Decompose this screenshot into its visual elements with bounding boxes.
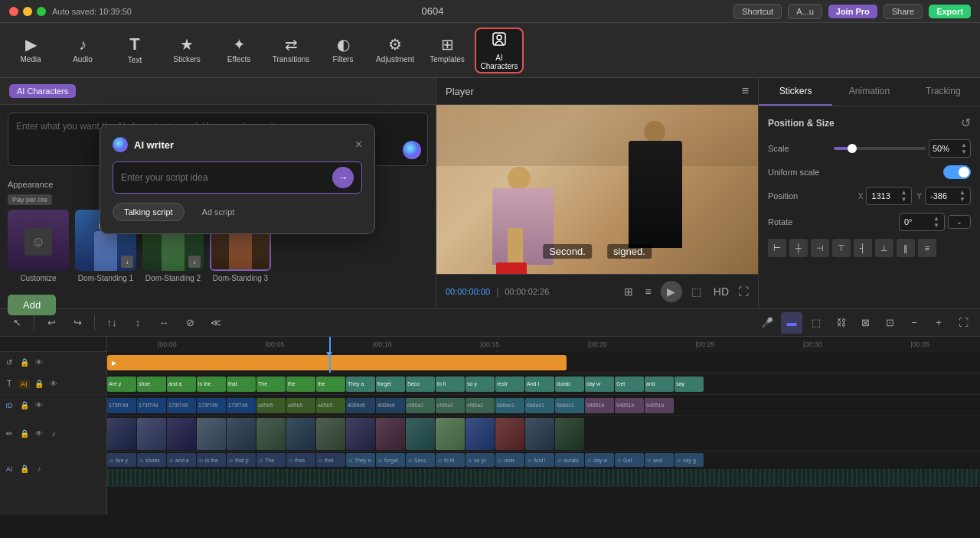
text-clip-4[interactable]: is the bbox=[197, 377, 226, 392]
text-clip-9[interactable]: They a bbox=[346, 377, 375, 392]
scale-slider[interactable] bbox=[834, 147, 926, 150]
ad-script-tab[interactable]: Ad script bbox=[191, 203, 247, 221]
id-clip-13[interactable]: cf86a3 bbox=[466, 398, 495, 413]
scale-up[interactable]: ▲ bbox=[961, 142, 967, 148]
video-thumb-7[interactable] bbox=[286, 418, 315, 450]
id-clip-16[interactable]: 6b8ec1 bbox=[555, 398, 584, 413]
tool-stickers[interactable]: ★ Stickers bbox=[162, 28, 211, 73]
tool-effects[interactable]: ✦ Effects bbox=[214, 28, 263, 73]
reset-button[interactable]: ↺ bbox=[961, 116, 971, 130]
align-bottom-button[interactable]: ⊥ bbox=[875, 239, 893, 257]
track3-visibility[interactable]: 👁 bbox=[34, 401, 44, 409]
clip-button[interactable]: ⬚ bbox=[805, 312, 827, 334]
rotate-down[interactable]: ▼ bbox=[933, 222, 939, 229]
id-clip-6[interactable]: a85b5 bbox=[256, 398, 286, 413]
scale-input[interactable]: 50% ▲ ▼ bbox=[929, 139, 971, 158]
caption-clip-20[interactable]: ☺ say g bbox=[675, 453, 704, 467]
tab-tracking[interactable]: Tracking bbox=[906, 78, 980, 106]
id-clip-18[interactable]: 94851b bbox=[615, 398, 644, 413]
tool-adjustment[interactable]: ⚙ Adjustment bbox=[371, 28, 420, 73]
rotate-value[interactable]: 0° ▲ ▼ bbox=[899, 213, 945, 231]
id-clip-7[interactable]: a85b5 bbox=[286, 398, 315, 413]
track5-audio[interactable]: ♪ bbox=[34, 465, 44, 473]
caption-clip-16[interactable]: ☺ durabl bbox=[555, 453, 584, 467]
player-menu-button[interactable]: ≡ bbox=[742, 84, 749, 98]
avatar-button[interactable]: A...u bbox=[788, 4, 822, 19]
track2-visibility[interactable]: 👁 bbox=[48, 380, 59, 388]
text-clip-14[interactable]: restr bbox=[495, 377, 524, 392]
tab-stickers[interactable]: Stickers bbox=[759, 78, 832, 106]
text-clip-6[interactable]: The bbox=[256, 377, 286, 392]
video-thumb-2[interactable] bbox=[137, 418, 166, 450]
caption-clip-17[interactable]: ☺ day w bbox=[585, 453, 614, 467]
caption-clip-8[interactable]: ☺ thei bbox=[316, 453, 345, 467]
y-value[interactable]: -386 ▲ ▼ bbox=[925, 187, 971, 205]
text-clip-7[interactable]: the bbox=[286, 377, 315, 392]
text-clip-15[interactable]: And l bbox=[525, 377, 554, 392]
expand-button[interactable]: ⛶ bbox=[952, 312, 974, 334]
track1-visibility[interactable]: 👁 bbox=[34, 358, 44, 367]
video-thumb-6[interactable] bbox=[256, 418, 286, 450]
caption-clip-1[interactable]: ☺ Are y bbox=[107, 453, 136, 467]
export-button[interactable]: Export bbox=[929, 5, 971, 18]
y-spinners[interactable]: ▲ ▼ bbox=[959, 189, 965, 203]
id-clip-11[interactable]: cf86a3 bbox=[406, 398, 435, 413]
id-clip-4[interactable]: 173f749 bbox=[197, 398, 226, 413]
id-clip-5[interactable]: 173f749 bbox=[227, 398, 256, 413]
align-left-button[interactable]: ⊢ bbox=[768, 239, 786, 257]
grid-view-button[interactable]: ⊞ bbox=[621, 284, 636, 299]
id-clip-8[interactable]: a85b5 bbox=[316, 398, 345, 413]
track4-visibility[interactable]: 👁 bbox=[34, 429, 44, 438]
text-clip-19[interactable]: and bbox=[645, 377, 674, 392]
zoom-in-button[interactable]: + bbox=[928, 312, 949, 334]
video-thumb-10[interactable] bbox=[376, 418, 405, 450]
text-clip-1[interactable]: Are y bbox=[107, 377, 136, 392]
share-button[interactable]: Share bbox=[884, 4, 923, 19]
caption-clip-3[interactable]: ☺ and a bbox=[167, 453, 196, 467]
text-clip-10[interactable]: forget bbox=[376, 377, 405, 392]
modal-close-button[interactable]: × bbox=[355, 139, 362, 151]
text-clip-20[interactable]: say bbox=[675, 377, 704, 392]
caption-clip-5[interactable]: ☺ that p bbox=[227, 453, 256, 467]
id-clip-19[interactable]: 94851b bbox=[645, 398, 674, 413]
id-clip-12[interactable]: cf86a3 bbox=[436, 398, 465, 413]
video-track-button[interactable]: ▬ bbox=[781, 312, 802, 334]
video-thumb-14[interactable] bbox=[495, 418, 524, 450]
video-thumb-3[interactable] bbox=[167, 418, 196, 450]
x-down[interactable]: ▼ bbox=[900, 196, 906, 203]
caption-clip-11[interactable]: ☺ Secc bbox=[406, 453, 435, 467]
align-center-h-button[interactable]: ┼ bbox=[789, 239, 808, 257]
resolution-button[interactable]: HD bbox=[710, 284, 732, 299]
link-button[interactable]: ⛓ bbox=[830, 312, 851, 334]
x-up[interactable]: ▲ bbox=[900, 189, 906, 196]
caption-clip-14[interactable]: ☺ restr bbox=[495, 453, 524, 467]
y-down[interactable]: ▼ bbox=[959, 196, 965, 203]
video-thumb-13[interactable] bbox=[466, 418, 495, 450]
text-clip-3[interactable]: and a bbox=[167, 377, 196, 392]
caption-clip-18[interactable]: ☺ Get bbox=[615, 453, 644, 467]
text-clip-18[interactable]: Get bbox=[615, 377, 644, 392]
tab-animation[interactable]: Animation bbox=[832, 78, 906, 106]
tool-media[interactable]: ▶ Media bbox=[6, 28, 55, 73]
tool-transitions[interactable]: ⇄ Transitions bbox=[266, 28, 315, 73]
track4-lock[interactable]: 🔒 bbox=[18, 429, 31, 438]
video-thumb-5[interactable] bbox=[227, 418, 256, 450]
text-clip-12[interactable]: to fi bbox=[436, 377, 465, 392]
id-clip-14[interactable]: 6b8ec1 bbox=[495, 398, 524, 413]
frame-button[interactable]: ⬚ bbox=[688, 284, 704, 299]
video-thumb-15[interactable] bbox=[525, 418, 554, 450]
join-pro-button[interactable]: Join Pro bbox=[828, 5, 877, 18]
text-clip-17[interactable]: day w bbox=[585, 377, 614, 392]
video-thumb-16[interactable] bbox=[555, 418, 584, 450]
id-clip-2[interactable]: 173f749 bbox=[137, 398, 166, 413]
maximize-button[interactable] bbox=[37, 7, 46, 16]
id-clip-10[interactable]: 4006c6 bbox=[376, 398, 405, 413]
minimize-button[interactable] bbox=[23, 7, 32, 16]
zoom-out-button[interactable]: − bbox=[903, 312, 925, 334]
align-top-button[interactable]: ⊤ bbox=[832, 239, 851, 257]
video-thumb-12[interactable] bbox=[436, 418, 465, 450]
caption-clip-4[interactable]: ☺ is the bbox=[197, 453, 226, 467]
uniform-scale-toggle[interactable] bbox=[943, 165, 971, 179]
play-button[interactable]: ▶ bbox=[661, 281, 682, 302]
track1-lock[interactable]: 🔒 bbox=[18, 358, 31, 367]
